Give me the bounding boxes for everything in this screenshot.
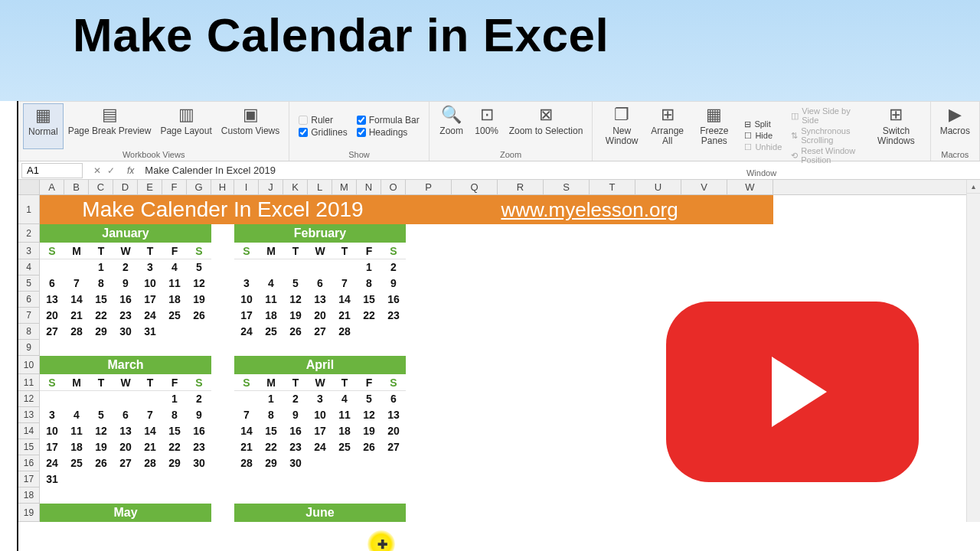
ribbon-group-zoom: 🔍Zoom ⊡100% ⊠Zoom to Selection Zoom — [430, 102, 593, 161]
sync-button[interactable]: ⇅Synchronous Scrolling — [791, 126, 862, 145]
col-header[interactable]: M — [332, 180, 357, 194]
zoomsel-icon: ⊠ — [539, 105, 553, 125]
split-icon: ⊟ — [744, 119, 751, 129]
macros-button[interactable]: ▶Macros — [936, 103, 975, 149]
sidebyside-button[interactable]: ◫View Side by Side — [791, 106, 862, 125]
ribbon-group-views: ▦Normal ▤Page Break Preview ▥Page Layout… — [18, 102, 289, 161]
ribbon-group-show: Ruler Gridlines Formula Bar Headings Sho… — [289, 102, 429, 161]
col-header[interactable]: F — [162, 180, 187, 194]
col-header[interactable]: O — [381, 180, 406, 194]
row-header[interactable]: 18 — [18, 487, 39, 504]
col-header[interactable]: R — [498, 180, 544, 194]
col-header[interactable]: E — [138, 180, 162, 194]
formulabar-checkbox[interactable]: Formula Bar — [357, 115, 420, 126]
zoom100-button[interactable]: ⊡100% — [469, 103, 505, 149]
sheet-title-url: www.myelesson.org — [406, 195, 773, 224]
row-header[interactable]: 16 — [18, 455, 39, 471]
freeze-button[interactable]: ▦Freeze Panes — [688, 103, 740, 168]
col-header[interactable]: T — [590, 180, 635, 194]
ruler-checkbox[interactable]: Ruler — [299, 115, 347, 126]
select-all-corner[interactable] — [18, 180, 40, 194]
zoom-icon: 🔍 — [441, 105, 462, 125]
scroll-up-icon[interactable]: ▴ — [967, 180, 980, 194]
col-header[interactable]: Q — [452, 180, 498, 194]
newwindow-button[interactable]: ❐New Window — [597, 103, 646, 168]
col-header[interactable]: U — [635, 180, 681, 194]
row-header[interactable]: 11 — [18, 374, 39, 391]
customviews-button[interactable]: ▣Custom Views — [217, 103, 284, 149]
banner-title: Make Calendar in Excel — [73, 8, 949, 62]
row-header[interactable]: 14 — [18, 423, 39, 439]
sheet-title-left: Make Calender In Excel 2019 — [40, 195, 406, 224]
row-headers: 12345678910111213141516171819 — [18, 195, 40, 522]
switch-button[interactable]: ⊞Switch Windows — [867, 103, 925, 168]
row-header[interactable]: 13 — [18, 407, 39, 423]
row-header[interactable]: 1 — [18, 195, 39, 224]
col-header[interactable]: S — [544, 180, 590, 194]
month-may: May — [40, 504, 211, 522]
row-header[interactable]: 8 — [18, 324, 39, 340]
row-header[interactable]: 9 — [18, 340, 39, 356]
enter-icon[interactable]: ✓ — [107, 165, 115, 176]
hide-button[interactable]: ☐Hide — [744, 131, 782, 141]
reset-icon: ⟲ — [791, 151, 798, 161]
col-header[interactable]: P — [406, 180, 452, 194]
youtube-play-badge[interactable] — [666, 302, 919, 482]
ribbon-group-macros: ▶Macros Macros — [931, 102, 980, 161]
ribbon-group-window: ❐New Window ⊞Arrange All ▦Freeze Panes ⊟… — [593, 102, 930, 161]
cancel-icon[interactable]: ✕ — [93, 165, 101, 176]
normal-view-button[interactable]: ▦Normal — [23, 103, 64, 149]
formula-buttons: ✕ ✓ — [86, 165, 122, 176]
col-header[interactable]: I — [234, 180, 259, 194]
row-header[interactable]: 4 — [18, 259, 39, 276]
split-button[interactable]: ⊟Split — [744, 119, 782, 129]
zoom-button[interactable]: 🔍Zoom — [434, 103, 469, 149]
cells-area[interactable]: Make Calender In Excel 2019www.myelesson… — [40, 195, 773, 522]
col-header[interactable]: H — [211, 180, 234, 194]
vertical-scrollbar[interactable]: ▴ — [966, 180, 980, 522]
month-april: AprilSMTWTFS1234567891011121314151617181… — [234, 356, 406, 504]
switch-icon: ⊞ — [889, 105, 903, 125]
col-header[interactable]: N — [357, 180, 381, 194]
macros-icon: ▶ — [949, 105, 962, 125]
cursor-icon: ✚ — [377, 537, 387, 551]
zoomsel-button[interactable]: ⊠Zoom to Selection — [505, 103, 588, 149]
col-header[interactable]: W — [727, 180, 773, 194]
column-headers: ABCDEFGHIJKLMNOPQRSTUVW — [18, 180, 980, 195]
row-header[interactable]: 3 — [18, 243, 39, 259]
col-header[interactable]: L — [308, 180, 332, 194]
arrange-button[interactable]: ⊞Arrange All — [646, 103, 688, 168]
gridlines-checkbox[interactable]: Gridlines — [299, 127, 347, 138]
ribbon: ▦Normal ▤Page Break Preview ▥Page Layout… — [18, 102, 980, 161]
row-header[interactable]: 2 — [18, 224, 39, 243]
row-header[interactable]: 6 — [18, 292, 39, 308]
col-header[interactable]: B — [64, 180, 89, 194]
title-banner: Make Calendar in Excel — [0, 0, 980, 101]
row-header[interactable]: 17 — [18, 471, 39, 487]
unhide-button[interactable]: ☐Unhide — [744, 142, 782, 152]
row-header[interactable]: 5 — [18, 276, 39, 292]
col-header[interactable]: K — [283, 180, 308, 194]
grid-icon: ▦ — [35, 106, 51, 126]
name-box[interactable]: A1 — [21, 163, 83, 178]
row-header[interactable]: 10 — [18, 356, 39, 374]
row-header[interactable]: 15 — [18, 439, 39, 455]
col-header[interactable]: G — [187, 180, 211, 194]
pagebreak-button[interactable]: ▤Page Break Preview — [64, 103, 156, 149]
sync-icon: ⇅ — [791, 131, 798, 141]
reset-button[interactable]: ⟲Reset Window Position — [791, 146, 862, 165]
pagebreak-icon: ▤ — [102, 105, 118, 125]
formula-input[interactable]: Make Calender In Excel 2019 — [139, 165, 282, 176]
row-header[interactable]: 7 — [18, 308, 39, 324]
col-header[interactable]: A — [40, 180, 64, 194]
col-header[interactable]: V — [681, 180, 727, 194]
fx-label[interactable]: fx — [122, 165, 139, 176]
pagelayout-button[interactable]: ▥Page Layout — [155, 103, 216, 149]
col-header[interactable]: J — [259, 180, 283, 194]
unhide-icon: ☐ — [744, 142, 752, 152]
headings-checkbox[interactable]: Headings — [357, 127, 420, 138]
col-header[interactable]: D — [113, 180, 138, 194]
row-header[interactable]: 12 — [18, 391, 39, 407]
col-header[interactable]: C — [89, 180, 113, 194]
row-header[interactable]: 19 — [18, 504, 39, 522]
